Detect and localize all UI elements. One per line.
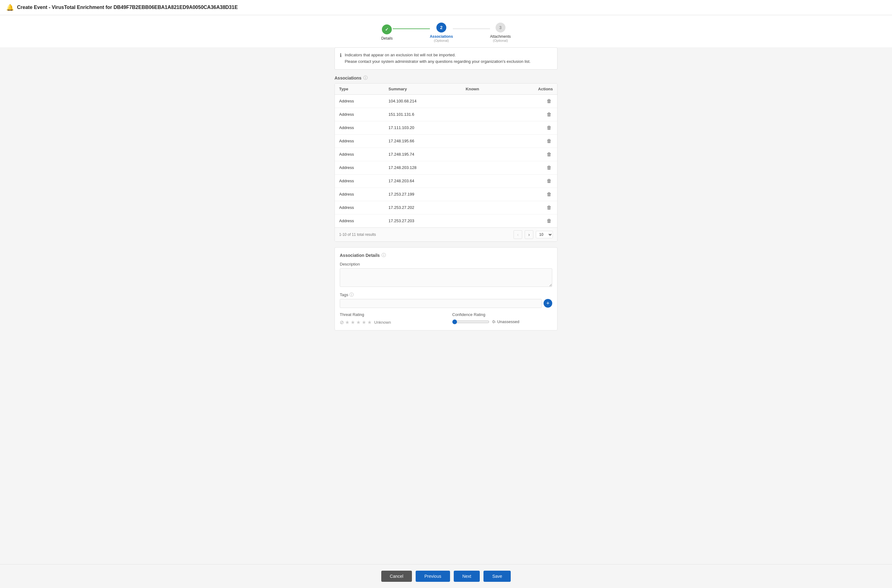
pagination-controls: ‹ › 102550100 [513, 230, 553, 239]
cell-actions: 🗑 [508, 148, 557, 161]
step-associations: 2 Associations (Optional) [430, 22, 453, 42]
table-row: Address 17.248.195.74 🗑 [335, 148, 557, 161]
cell-known [462, 161, 508, 174]
delete-row-button[interactable]: 🗑 [545, 151, 553, 158]
assoc-details-header: Association Details ⓘ [340, 252, 552, 258]
info-circle-icon: ℹ [340, 52, 341, 58]
threat-stars: ⊘ ★ ★ ★ ★ ★ Unknown [340, 320, 440, 325]
cell-type: Address [335, 201, 384, 214]
cell-known [462, 201, 508, 214]
tags-input[interactable] [340, 299, 542, 308]
step-attachments: 3 Attachments (Optional) [490, 22, 511, 42]
cell-summary: 17.253.27.203 [384, 214, 461, 228]
step-2-circle: 2 [436, 22, 446, 33]
threat-unknown-text: Unknown [374, 320, 391, 325]
threat-rating-label: Threat Rating [340, 312, 440, 317]
ratings-row: Threat Rating ⊘ ★ ★ ★ ★ ★ Unknown Confid… [340, 312, 552, 325]
cell-summary: 104.100.68.214 [384, 94, 461, 108]
cell-summary: 17.248.203.128 [384, 161, 461, 174]
confidence-slider[interactable] [452, 320, 489, 324]
associations-title: Associations [334, 75, 361, 81]
step-2-label: Associations [430, 34, 453, 39]
step-3-circle: 3 [496, 22, 505, 33]
confidence-slider-row: 0- Unassessed [452, 320, 552, 324]
step-3-label: Attachments [490, 34, 511, 39]
tags-field-row: + [340, 299, 552, 308]
step-1-circle: ✓ [382, 24, 392, 34]
col-actions: Actions [508, 84, 557, 95]
description-textarea[interactable] [340, 268, 552, 287]
cell-actions: 🗑 [508, 201, 557, 214]
cell-type: Address [335, 148, 384, 161]
no-rating-icon: ⊘ [340, 320, 344, 325]
step-3-sublabel: (Optional) [493, 39, 508, 42]
notice-box: ℹ Indicators that appear on an exclusion… [334, 47, 558, 70]
associations-info-icon[interactable]: ⓘ [363, 75, 368, 81]
step-connector-1 [393, 28, 430, 29]
table-row: Address 17.111.103.20 🗑 [335, 121, 557, 134]
cell-type: Address [335, 188, 384, 201]
app-icon: 🔔 [6, 4, 14, 11]
assoc-details-info-icon[interactable]: ⓘ [382, 252, 386, 258]
cell-summary: 17.253.27.202 [384, 201, 461, 214]
delete-row-button[interactable]: 🗑 [545, 178, 553, 184]
star-1[interactable]: ★ [345, 320, 349, 325]
confidence-rating-label: Confidence Rating [452, 312, 552, 317]
notice-text: Indicators that appear on an exclusion l… [345, 52, 531, 65]
table-row: Address 17.248.203.64 🗑 [335, 174, 557, 188]
next-page-btn[interactable]: › [525, 230, 533, 239]
page-header: 🔔 Create Event - VirusTotal Enrichment f… [0, 0, 892, 15]
cell-type: Address [335, 174, 384, 188]
assoc-details-title: Association Details [340, 253, 380, 258]
cell-actions: 🗑 [508, 134, 557, 148]
pagination-info: 1-10 of 11 total results [339, 232, 376, 237]
col-type: Type [335, 84, 384, 95]
star-2[interactable]: ★ [350, 320, 355, 325]
delete-row-button[interactable]: 🗑 [545, 98, 553, 105]
star-3[interactable]: ★ [356, 320, 361, 325]
table-row: Address 104.100.68.214 🗑 [335, 94, 557, 108]
delete-row-button[interactable]: 🗑 [545, 191, 553, 198]
pagination-bar: 1-10 of 11 total results ‹ › 102550100 [335, 228, 557, 242]
col-summary: Summary [384, 84, 461, 95]
confidence-rating-block: Confidence Rating 0- Unassessed [452, 312, 552, 325]
cell-type: Address [335, 121, 384, 134]
notice-line1: Indicators that appear on an exclusion l… [345, 52, 531, 58]
confidence-value: 0- Unassessed [492, 320, 519, 324]
tags-info-icon[interactable]: ⓘ [349, 292, 354, 298]
add-tag-button[interactable]: + [543, 299, 552, 308]
associations-header: Associations ⓘ [334, 75, 558, 81]
cell-known [462, 121, 508, 134]
cell-actions: 🗑 [508, 94, 557, 108]
notice-line2: Please contact your system administrator… [345, 58, 531, 65]
delete-row-button[interactable]: 🗑 [545, 138, 553, 144]
page-size-select[interactable]: 102550100 [536, 231, 553, 238]
cell-type: Address [335, 94, 384, 108]
tags-label-text: Tags [340, 292, 348, 297]
step-details: ✓ Details [381, 24, 393, 40]
cell-known [462, 174, 508, 188]
table-row: Address 17.253.27.199 🗑 [335, 188, 557, 201]
step-1-label: Details [381, 36, 393, 40]
cell-actions: 🗑 [508, 161, 557, 174]
table-row: Address 17.253.27.203 🗑 [335, 214, 557, 228]
delete-row-button[interactable]: 🗑 [545, 111, 553, 118]
associations-section: Associations ⓘ Type Summary Known Action… [334, 75, 558, 242]
star-5[interactable]: ★ [367, 320, 372, 325]
delete-row-button[interactable]: 🗑 [545, 164, 553, 171]
page-title: Create Event - VirusTotal Enrichment for… [17, 4, 238, 10]
star-4[interactable]: ★ [362, 320, 366, 325]
cell-known [462, 134, 508, 148]
associations-table-container: Type Summary Known Actions Address 104.1… [334, 83, 558, 242]
cell-summary: 17.253.27.199 [384, 188, 461, 201]
prev-page-btn[interactable]: ‹ [513, 230, 522, 239]
cell-summary: 17.248.195.74 [384, 148, 461, 161]
cell-type: Address [335, 214, 384, 228]
content-area: ℹ Indicators that appear on an exclusion… [328, 47, 564, 342]
delete-row-button[interactable]: 🗑 [545, 218, 553, 224]
step-2-sublabel: (Optional) [434, 39, 449, 42]
delete-row-button[interactable]: 🗑 [545, 124, 553, 131]
threat-rating-block: Threat Rating ⊘ ★ ★ ★ ★ ★ Unknown [340, 312, 440, 325]
delete-row-button[interactable]: 🗑 [545, 204, 553, 211]
cell-known [462, 108, 508, 121]
